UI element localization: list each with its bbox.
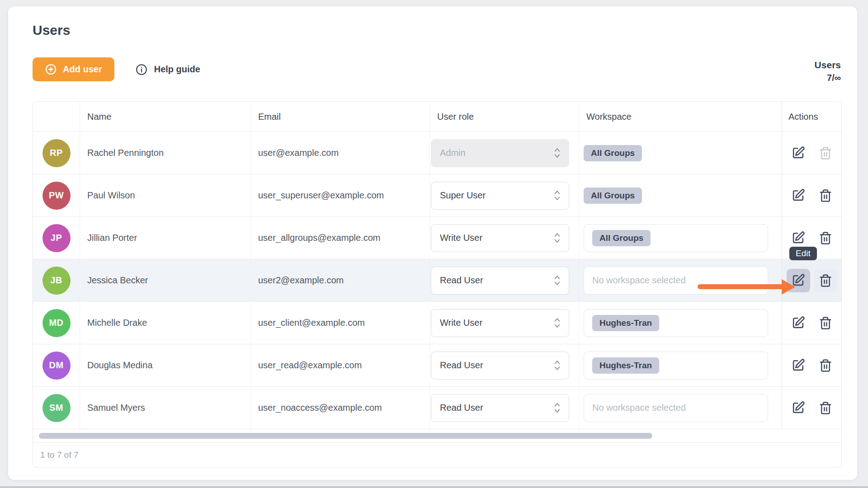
avatar: JP	[42, 224, 71, 252]
user-role-select[interactable]: Read User	[431, 352, 569, 380]
table-body: RPRachel Penningtonuser@example.comAdmin…	[33, 131, 841, 429]
edit-tooltip: Edit	[789, 247, 817, 260]
users-counter: Users 7/∞	[815, 59, 841, 84]
trash-icon	[819, 146, 832, 160]
header-name: Name	[80, 102, 251, 131]
users-card: Users Add user Help guide Users 7/∞ Na	[8, 6, 857, 480]
edit-pencil-icon	[791, 231, 805, 245]
user-name: Paul Wilson	[80, 174, 251, 216]
user-role-select[interactable]: Read User	[431, 394, 569, 422]
workspace-cell: No workspace selected	[579, 387, 782, 429]
user-email: user_superuser@example.com	[251, 174, 430, 216]
table-header: Name Email User role Workspace Actions	[33, 102, 841, 131]
users-page: { "page": { "title": "Users" }, "toolbar…	[0, 0, 868, 488]
help-guide-link[interactable]: Help guide	[135, 63, 200, 76]
chevron-up-down-icon	[553, 359, 561, 371]
workspace-select[interactable]: No workspace selected	[584, 394, 768, 422]
user-name: Michelle Drake	[80, 302, 251, 344]
table-row: MDMichelle Drakeuser_client@example.comW…	[33, 301, 841, 344]
scrollbar-thumb[interactable]	[39, 433, 652, 439]
edit-user-button[interactable]	[787, 354, 810, 377]
workspace-select[interactable]: All Groups	[584, 224, 768, 252]
user-name: Jessica Becker	[80, 259, 251, 301]
trash-icon	[819, 401, 832, 415]
header-avatar	[33, 102, 80, 131]
edit-user-button[interactable]	[787, 396, 810, 420]
delete-user-button[interactable]	[814, 184, 837, 207]
delete-user-button[interactable]	[814, 311, 837, 335]
delete-user-button[interactable]	[814, 269, 837, 292]
delete-user-button[interactable]	[814, 396, 837, 420]
workspace-select[interactable]: Hughes-Tran	[584, 352, 768, 380]
user-role-select: Admin	[431, 139, 569, 167]
workspace-badge: Hughes-Tran	[592, 315, 659, 331]
table-row: JPJillian Porteruser_allgroups@example.c…	[33, 216, 841, 259]
edit-pencil-icon	[791, 358, 805, 372]
help-guide-label: Help guide	[154, 64, 200, 75]
table-footer: 1 to 7 of 7	[33, 442, 841, 467]
avatar-cell: JP	[33, 217, 80, 259]
add-user-label: Add user	[63, 64, 102, 75]
page-title: Users	[33, 23, 70, 38]
avatar-cell: PW	[33, 174, 80, 216]
workspace-select[interactable]: No workspace selected	[584, 267, 768, 295]
table-row: SMSamuel Myersuser_noaccess@example.comR…	[33, 386, 841, 429]
role-cell: Read User	[430, 387, 579, 429]
edit-user-button[interactable]	[787, 184, 810, 207]
chevron-up-down-icon	[553, 232, 561, 244]
row-range-label: 1 to 7 of 7	[40, 450, 79, 460]
header-role: User role	[430, 102, 579, 131]
user-role-select[interactable]: Super User	[431, 182, 569, 210]
user-role-value: Super User	[440, 190, 486, 201]
user-name: Samuel Myers	[80, 387, 251, 429]
workspace-cell: Hughes-Tran	[579, 302, 782, 344]
actions-cell	[782, 387, 841, 429]
workspace-select[interactable]: Hughes-Tran	[584, 309, 768, 337]
user-role-select[interactable]: Write User	[431, 309, 569, 337]
delete-user-button[interactable]	[814, 226, 837, 250]
user-email: user_client@example.com	[251, 302, 430, 344]
avatar-cell: JB	[33, 259, 80, 301]
trash-icon	[819, 231, 832, 245]
role-cell: Super User	[430, 174, 579, 216]
user-role-value: Read User	[440, 360, 483, 371]
delete-user-button[interactable]	[814, 354, 837, 377]
workspace-placeholder: No workspace selected	[592, 275, 686, 286]
user-email: user_allgroups@example.com	[251, 217, 430, 259]
plus-circle-icon	[45, 63, 57, 75]
avatar: RP	[42, 139, 71, 167]
user-email: user_read@example.com	[251, 344, 430, 386]
avatar: JB	[42, 267, 71, 295]
actions-cell	[782, 132, 841, 174]
annotation-arrow-icon	[698, 284, 784, 289]
user-role-value: Write User	[440, 318, 482, 328]
edit-user-button[interactable]	[787, 141, 810, 165]
trash-icon	[819, 316, 832, 330]
workspace-badge: All Groups	[584, 145, 642, 161]
user-email: user2@example.com	[251, 259, 430, 301]
avatar-cell: SM	[33, 387, 80, 429]
user-role-select[interactable]: Read User	[431, 267, 569, 295]
info-icon	[135, 63, 148, 76]
workspace-badge: Hughes-Tran	[592, 357, 659, 374]
trash-icon	[819, 359, 832, 372]
user-role-value: Read User	[440, 275, 483, 286]
user-role-select[interactable]: Write User	[431, 224, 569, 252]
role-cell: Admin	[430, 132, 579, 174]
users-counter-label: Users	[815, 59, 841, 71]
horizontal-scrollbar	[33, 429, 841, 442]
user-role-value: Admin	[440, 148, 466, 158]
workspace-cell: Hughes-Tran	[579, 344, 782, 386]
user-email: user@example.com	[251, 132, 430, 174]
user-role-value: Write User	[440, 233, 482, 243]
user-email: user_noaccess@example.com	[251, 387, 430, 429]
user-name: Jillian Porter	[80, 217, 251, 259]
user-name: Douglas Medina	[80, 344, 251, 386]
edit-user-button[interactable]	[787, 311, 810, 335]
users-counter-value: 7/∞	[815, 71, 841, 84]
edit-pencil-icon	[791, 401, 805, 415]
add-user-button[interactable]: Add user	[33, 57, 114, 81]
chevron-up-down-icon	[553, 147, 561, 159]
table-row: PWPaul Wilsonuser_superuser@example.comS…	[33, 174, 841, 216]
edit-user-button[interactable]	[787, 226, 810, 250]
